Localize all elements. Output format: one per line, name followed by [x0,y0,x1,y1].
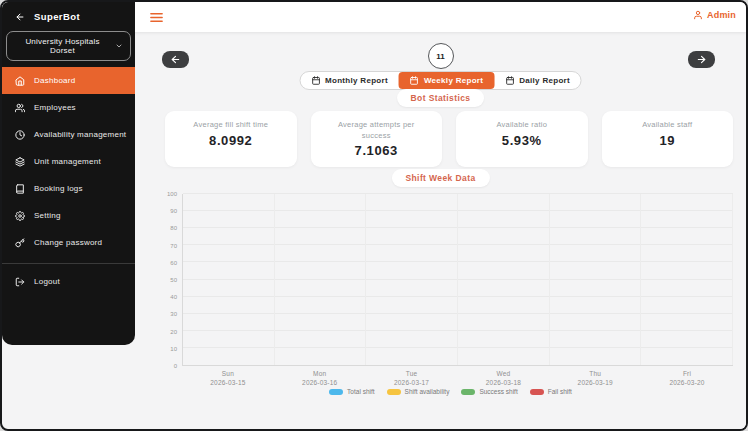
x-tick-date: 2026-03-16 [274,378,366,387]
gear-icon [15,211,25,221]
sidebar-item-dashboard[interactable]: Dashboard [2,67,135,94]
y-tick-label: 0 [174,363,177,369]
layers-icon [15,157,25,167]
legend-item-shift-availability[interactable]: Shift availability [387,388,450,395]
x-tick-label: Mon2026-03-16 [274,369,366,388]
calendar-icon [505,76,514,85]
stat-value: 8.0992 [177,133,285,148]
sidebar-item-unit-management[interactable]: Unit management [2,148,135,175]
x-tick-day: Sun [182,369,274,378]
report-tabs: Monthly ReportWeekly ReportDaily Report [299,71,582,90]
sidebar-item-label: Dashboard [34,76,75,85]
tab-monthly-report[interactable]: Monthly Report [300,72,399,89]
sidebar-item-booking-logs[interactable]: Booking logs [2,175,135,202]
chevron-down-icon [115,42,123,50]
admin-user-button[interactable]: Admin [693,10,736,20]
tab-weekly-report[interactable]: Weekly Report [399,72,494,89]
x-tick-day: Thu [549,369,641,378]
x-tick-date: 2026-03-20 [641,378,733,387]
menu-toggle-button[interactable] [149,10,164,24]
clock-icon [15,130,25,140]
sidebar-item-logout[interactable]: Logout [2,268,135,295]
arrow-right-icon [696,54,707,65]
bot-statistics-heading: Bot Statistics [397,89,485,107]
legend-swatch [461,389,475,395]
superbot-dashboard: Admin SuperBot University Hospitals Dors… [0,0,748,431]
organization-dropdown[interactable]: University Hospitals Dorset [6,31,131,61]
stat-value: 19 [614,133,722,148]
chart-plot-area [182,194,733,366]
chart-x-axis: Sun2026-03-15Mon2026-03-16Tue2026-03-17W… [182,369,733,388]
sidebar-item-employees[interactable]: Employees [2,94,135,121]
app-title: SuperBot [34,11,80,22]
y-tick-label: 50 [170,277,177,283]
x-tick-date: 2026-03-15 [182,378,274,387]
x-tick-date: 2026-03-19 [549,378,641,387]
bar-group-fri [641,194,733,365]
logout-icon [15,277,25,287]
y-tick-label: 40 [170,294,177,300]
legend-item-total-shift[interactable]: Total shift [329,388,374,395]
sidebar-item-change-password[interactable]: Change password [2,229,135,256]
legend-swatch [329,389,343,395]
legend-label: Success shift [479,388,517,395]
x-tick-date: 2026-03-17 [366,378,458,387]
stat-label: Available ratio [468,120,576,131]
sidebar-item-label: Logout [34,277,60,286]
sidebar-item-label: Employees [34,103,76,112]
x-tick-label: Sun2026-03-15 [182,369,274,388]
menu-icon [149,10,164,25]
users-icon [15,103,25,113]
arrow-left-icon [170,54,181,65]
sidebar: SuperBot University Hospitals Dorset Das… [2,2,135,345]
x-tick-label: Wed2026-03-18 [457,369,549,388]
x-tick-day: Mon [274,369,366,378]
y-tick-label: 80 [170,225,177,231]
y-tick-label: 60 [170,260,177,266]
back-arrow-icon[interactable] [15,12,25,22]
tab-label: Monthly Report [325,76,388,85]
y-tick-label: 100 [167,191,177,197]
stat-label: Available staff [614,120,722,131]
chart-y-axis: 0102030405060708090100 [165,194,179,366]
bar-group-mon [275,194,367,365]
home-icon [15,76,25,86]
legend-swatch [530,389,544,395]
sidebar-menu: DashboardEmployeesAvailability managemen… [2,67,135,256]
stat-cards: Average fill shift time8.0992Average att… [165,111,733,167]
legend-label: Shift availability [405,388,450,395]
y-tick-label: 20 [170,329,177,335]
book-icon [15,184,25,194]
y-tick-label: 10 [170,346,177,352]
y-tick-label: 70 [170,243,177,249]
previous-week-button[interactable] [162,51,189,68]
x-tick-day: Tue [366,369,458,378]
sidebar-item-availability-management[interactable]: Availability management [2,121,135,148]
week-number-badge: 11 [428,43,454,69]
sidebar-item-label: Setting [34,211,61,220]
stat-value: 7.1063 [323,143,431,158]
sidebar-brand: SuperBot [2,2,135,29]
tab-daily-report[interactable]: Daily Report [494,72,581,89]
legend-item-success-shift[interactable]: Success shift [461,388,517,395]
x-tick-label: Fri2026-03-20 [641,369,733,388]
x-tick-label: Thu2026-03-19 [549,369,641,388]
next-week-button[interactable] [688,51,715,68]
sidebar-item-label: Availability management [34,130,126,139]
y-tick-label: 90 [170,208,177,214]
legend-item-fail-shift[interactable]: Fail shift [530,388,572,395]
calendar-icon [410,76,419,85]
stat-card-available-staff: Available staff19 [602,111,734,167]
stat-card-average-attempts-per-success: Average attempts per success7.1063 [311,111,443,167]
sidebar-item-setting[interactable]: Setting [2,202,135,229]
sidebar-item-label: Booking logs [34,184,83,193]
bar-group-tue [366,194,458,365]
chart-legend: Total shiftShift availabilitySuccess shi… [165,388,736,395]
organization-name: University Hospitals Dorset [14,37,111,55]
key-icon [15,238,25,248]
x-tick-date: 2026-03-18 [457,378,549,387]
bar-group-thu [550,194,642,365]
shift-week-chart: 0102030405060708090100 Sun2026-03-15Mon2… [165,190,736,405]
tab-label: Daily Report [519,76,570,85]
shift-week-data-heading: Shift Week Data [391,169,489,187]
